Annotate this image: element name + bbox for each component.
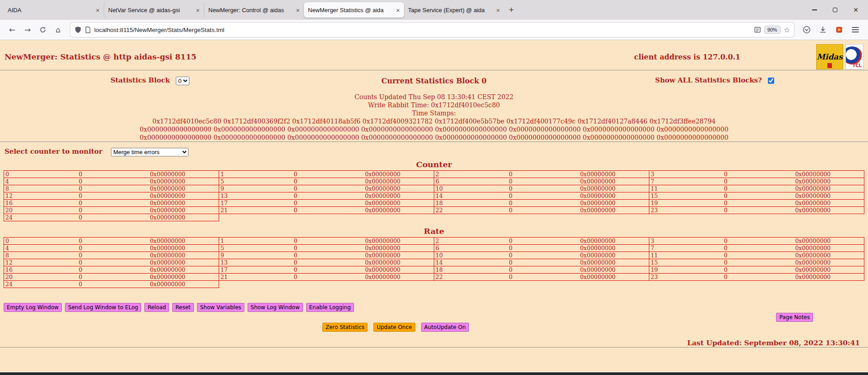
table-row: 1200x000000001300x000000001400x000000001… xyxy=(4,259,864,266)
table-cell: 0x00000000 xyxy=(117,185,219,192)
page-notes-button[interactable]: Page Notes xyxy=(776,313,813,322)
bookmark-star-icon[interactable]: ☆ xyxy=(784,26,790,34)
tcl-logo-text: TCL xyxy=(852,63,862,68)
tab-title: AIDA xyxy=(8,7,93,14)
show-all-blocks-checkbox[interactable] xyxy=(768,78,774,84)
table-cell: 0 xyxy=(45,280,117,288)
counts-updated-line: Counts Updated Thu Sep 08 13:30:41 CEST … xyxy=(0,93,868,101)
table-cell: 0 xyxy=(475,192,547,199)
table-row: 2000x000000002100x000000002200x000000002… xyxy=(4,206,864,214)
show-variables-button[interactable]: Show Variables xyxy=(197,303,244,312)
time-stamps-line-2: 0x0000000000000000 0x0000000000000000 0x… xyxy=(0,125,868,133)
table-cell: 0 xyxy=(475,259,547,266)
table-cell: 13 xyxy=(219,259,260,266)
table-cell: 12 xyxy=(4,192,45,199)
maximize-button[interactable] xyxy=(830,5,840,15)
table-cell: 0x00000000 xyxy=(547,266,649,273)
table-cell: 0x00000000 xyxy=(332,266,434,273)
counter-table: 000x00000000100x00000000200x00000000300x… xyxy=(4,170,864,221)
table-cell: 0 xyxy=(45,244,117,252)
statistics-block-select[interactable]: 0 xyxy=(176,77,189,85)
table-cell: 5 xyxy=(219,178,260,185)
table-cell: 8 xyxy=(4,252,45,259)
midas-logo-text: Midas xyxy=(817,52,843,61)
table-cell: 0 xyxy=(475,206,547,214)
divider xyxy=(0,70,868,70)
table-cell: 0 xyxy=(475,273,547,280)
tab-newmerger-statistics[interactable]: NewMerger Statistics @ aida × xyxy=(304,2,404,18)
tab-aida[interactable]: AIDA × xyxy=(4,2,104,18)
pocket-button[interactable] xyxy=(799,23,815,37)
home-button[interactable]: ⌂ xyxy=(51,23,66,37)
extension-button[interactable] xyxy=(831,23,847,37)
table-cell: 9 xyxy=(219,252,260,259)
back-button[interactable]: ← xyxy=(5,23,20,37)
table-cell: 11 xyxy=(649,185,690,192)
tab-close-icon[interactable]: × xyxy=(96,7,100,14)
show-all-blocks-label: Show ALL Statistics Blocks? xyxy=(655,76,762,84)
table-cell: 24 xyxy=(4,280,45,288)
table-cell: 22 xyxy=(434,206,475,214)
tab-tape-service[interactable]: Tape Service (Expert) @ aida × xyxy=(404,2,504,18)
table-cell: 0x00000000 xyxy=(547,206,649,214)
rate-table: 000x00000000100x00000000200x00000000300x… xyxy=(4,237,864,288)
table-cell: 18 xyxy=(434,266,475,273)
zero-statistics-button[interactable]: Zero Statistics xyxy=(322,323,367,332)
rate-heading: Rate xyxy=(0,227,868,236)
table-cell: 14 xyxy=(434,259,475,266)
reader-view-icon[interactable] xyxy=(754,26,761,33)
menu-button[interactable] xyxy=(847,23,863,37)
show-log-window-button[interactable]: Show Log Window xyxy=(248,303,303,312)
page-title: NewMerger: Statistics @ http aidas-gsi 8… xyxy=(5,52,634,61)
forward-button[interactable]: → xyxy=(20,23,35,37)
table-cell: 0 xyxy=(690,192,762,199)
send-log-window-to-elog-button[interactable]: Send Log Window to ELog xyxy=(65,303,141,312)
table-cell: 7 xyxy=(649,178,690,185)
reload-button[interactable] xyxy=(35,23,51,37)
table-cell: 8 xyxy=(4,185,45,192)
table-row: 800x00000000900x000000001000x00000000110… xyxy=(4,252,864,259)
tab-netvar-service[interactable]: NetVar Service @ aidas-gsi × xyxy=(104,2,204,18)
close-button[interactable]: × xyxy=(851,5,861,15)
enable-logging-button[interactable]: Enable Logging xyxy=(306,303,354,312)
tab-close-icon[interactable]: × xyxy=(296,7,300,14)
reset-button[interactable]: Reset xyxy=(172,303,194,312)
autoupdate-button[interactable]: AutoUpdate On xyxy=(421,323,469,332)
table-cell: 0x00000000 xyxy=(332,273,434,280)
tab-close-icon[interactable]: × xyxy=(196,7,200,14)
tab-close-icon[interactable]: × xyxy=(496,7,500,14)
url-text[interactable]: localhost:8115/NewMerger/Stats/MergeStat… xyxy=(91,27,754,33)
downloads-button[interactable] xyxy=(815,23,831,37)
new-tab-button[interactable]: + xyxy=(504,3,519,17)
statistics-info-block: Counts Updated Thu Sep 08 13:30:41 CEST … xyxy=(0,93,868,142)
counter-monitor-select[interactable]: Merge time errors xyxy=(111,148,188,156)
zoom-level-badge[interactable]: 90% xyxy=(764,26,781,34)
table-cell: 0 xyxy=(45,178,117,185)
table-cell: 0x00000000 xyxy=(762,206,864,214)
table-cell: 0 xyxy=(690,266,762,273)
table-cell: 10 xyxy=(434,252,475,259)
table-row: 1600x000000001700x000000001800x000000001… xyxy=(4,266,864,273)
extension-icon xyxy=(835,26,843,34)
last-updated-label: Last Updated: September 08, 2022 13:30:4… xyxy=(0,338,868,347)
table-cell: 0x00000000 xyxy=(547,252,649,259)
tab-newmerger-control[interactable]: NewMerger: Control @ aidas × xyxy=(204,2,304,18)
table-cell: 20 xyxy=(4,206,45,214)
table-cell: 0x00000000 xyxy=(762,199,864,206)
table-cell: 0 xyxy=(475,252,547,259)
table-cell: 0x00000000 xyxy=(117,237,219,244)
reload-page-button[interactable]: Reload xyxy=(144,303,169,312)
url-bar[interactable]: localhost:8115/NewMerger/Stats/MergeStat… xyxy=(70,23,794,37)
table-cell: 0x00000000 xyxy=(547,199,649,206)
table-cell: 0x00000000 xyxy=(762,273,864,280)
table-cell: 4 xyxy=(4,178,45,185)
tab-close-icon[interactable]: × xyxy=(396,7,400,14)
table-cell: 1 xyxy=(219,237,260,244)
table-cell: 0 xyxy=(260,178,332,185)
table-cell: 0x00000000 xyxy=(332,244,434,252)
table-cell: 0x00000000 xyxy=(117,244,219,252)
empty-log-window-button[interactable]: Empty Log Window xyxy=(4,303,62,312)
minimize-button[interactable] xyxy=(809,5,819,15)
table-cell: 0 xyxy=(260,237,332,244)
update-once-button[interactable]: Update Once xyxy=(373,323,415,332)
